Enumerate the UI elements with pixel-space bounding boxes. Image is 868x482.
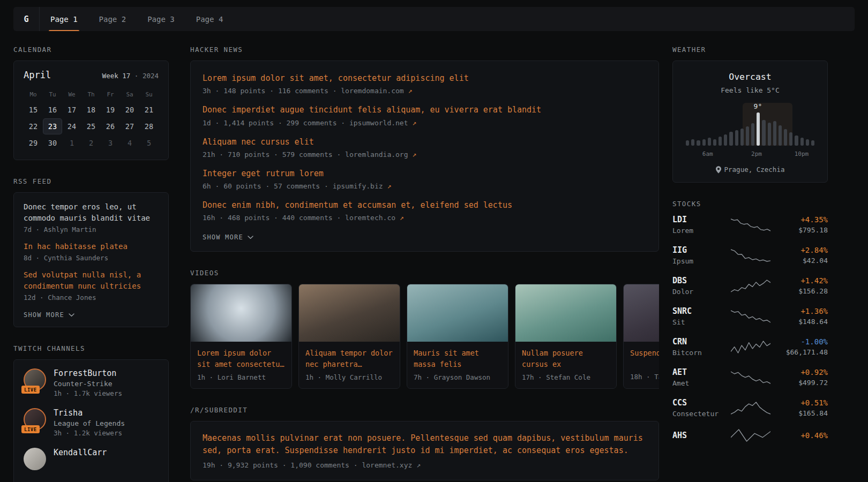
stocks-section-title: STOCKS bbox=[672, 200, 828, 208]
stock-values: +2.84%$42.04 bbox=[777, 246, 828, 265]
stock-row[interactable]: CRNBitcorn-1.00%$66,171.48 bbox=[672, 337, 828, 357]
twitch-channel-list: LIVEForrestBurtonCounter-Strike1h · 1.7k… bbox=[24, 368, 159, 470]
weather-hour-bar bbox=[784, 129, 787, 146]
video-card[interactable]: Suspendisse diam18h · Tara bbox=[623, 284, 659, 389]
stock-row[interactable]: LDILorem+4.35%$795.18 bbox=[672, 215, 828, 235]
tab-page-4[interactable]: Page 4 bbox=[185, 7, 234, 31]
stock-row[interactable]: CCSConsectetur+0.51%$165.84 bbox=[672, 398, 828, 418]
hn-post-title[interactable]: Lorem ipsum dolor sit amet, consectetur … bbox=[203, 73, 469, 84]
hn-post: Lorem ipsum dolor sit amet, consectetur … bbox=[203, 73, 647, 95]
stock-identity: IIGIpsum bbox=[672, 245, 724, 265]
sparkline-chart bbox=[731, 218, 770, 232]
rss-list: Donec tempor eros leo, ut commodo mauris… bbox=[24, 201, 159, 302]
weather-hour-bar bbox=[762, 120, 765, 146]
sparkline-chart bbox=[731, 310, 770, 323]
stock-symbol: DBS bbox=[672, 276, 724, 285]
hn-post-domain[interactable]: loremlandia.org bbox=[345, 150, 408, 159]
weather-hour-bar bbox=[779, 125, 782, 146]
hn-show-more-button[interactable]: SHOW MORE bbox=[203, 234, 253, 241]
stock-sparkline bbox=[724, 279, 777, 293]
video-card[interactable]: Aliquam tempor dolor nec pharetra…1h · M… bbox=[298, 284, 400, 389]
sparkline-chart bbox=[731, 401, 770, 415]
hn-post: Donec enim nibh, condimentum et accumsan… bbox=[203, 200, 647, 222]
video-card[interactable]: Mauris sit amet massa felis7h · Grayson … bbox=[407, 284, 508, 389]
channel-name[interactable]: KendallCarr bbox=[54, 448, 107, 457]
weather-hour-bar bbox=[811, 140, 814, 146]
hn-post-title[interactable]: Integer eget rutrum lorem bbox=[203, 168, 324, 179]
stock-price: $165.84 bbox=[777, 409, 828, 417]
time-label: 10pm bbox=[795, 150, 809, 157]
rss-section-title: RSS FEED bbox=[13, 177, 169, 185]
sparkline-chart bbox=[731, 340, 770, 354]
hackernews-section-title: HACKER NEWS bbox=[190, 46, 659, 54]
sparkline-chart bbox=[731, 428, 770, 442]
rss-item-title[interactable]: In hac habitasse platea bbox=[24, 241, 159, 252]
video-title[interactable]: Suspendisse diam bbox=[630, 348, 659, 369]
video-title[interactable]: Mauris sit amet massa felis bbox=[414, 348, 502, 370]
weather-hour-bar bbox=[697, 140, 700, 146]
stock-row[interactable]: AHS+0.46% bbox=[672, 428, 828, 442]
twitch-channel-row[interactable]: LIVETrishaLeague of Legends3h · 1.2k vie… bbox=[24, 408, 159, 437]
calendar-day: 4 bbox=[120, 135, 139, 151]
hn-post-title[interactable]: Aliquam nec cursus elit bbox=[203, 137, 314, 147]
hn-post-domain[interactable]: ipsumworld.net bbox=[349, 119, 408, 127]
channel-game: Counter-Strike bbox=[54, 380, 122, 388]
stock-name: Bitcorn bbox=[672, 349, 724, 357]
reddit-post-title[interactable]: Maecenas mollis pulvinar erat non posuer… bbox=[203, 432, 647, 457]
app-logo[interactable]: G bbox=[13, 7, 40, 31]
weather-hour-bar bbox=[773, 121, 776, 146]
reddit-post-domain[interactable]: loremnet.xyz bbox=[362, 461, 412, 469]
hn-post-meta: 3h · 148 points · 116 comments · loremdo… bbox=[203, 87, 647, 95]
stock-sparkline bbox=[724, 248, 777, 262]
weather-hourly-chart: 9° bbox=[686, 103, 814, 146]
video-card[interactable]: Lorem ipsum dolor sit amet consectetu…1h… bbox=[190, 284, 292, 389]
video-card[interactable]: Nullam posuere cursus ex17h · Stefan Col… bbox=[515, 284, 617, 389]
channel-name[interactable]: Trisha bbox=[54, 408, 125, 418]
stock-row[interactable]: IIGIpsum+2.84%$42.04 bbox=[672, 245, 828, 265]
stock-values: +0.92%$499.72 bbox=[777, 368, 828, 387]
video-title[interactable]: Aliquam tempor dolor nec pharetra… bbox=[305, 348, 393, 370]
weather-hour-bar bbox=[795, 135, 798, 146]
stock-row[interactable]: AETAmet+0.92%$499.72 bbox=[672, 367, 828, 387]
tab-page-3[interactable]: Page 3 bbox=[137, 7, 185, 31]
current-temp-label: 9° bbox=[754, 102, 762, 110]
calendar-day: 26 bbox=[101, 118, 120, 134]
calendar-day: 24 bbox=[62, 118, 81, 134]
tab-page-2[interactable]: Page 2 bbox=[88, 7, 137, 31]
channel-name[interactable]: ForrestBurton bbox=[54, 368, 122, 378]
calendar-dow-label: We bbox=[62, 91, 81, 98]
twitch-channel-row[interactable]: LIVEForrestBurtonCounter-Strike1h · 1.7k… bbox=[24, 368, 159, 397]
stock-row[interactable]: DBSDolor+1.42%$156.28 bbox=[672, 276, 828, 296]
video-meta: 17h · Stefan Cole bbox=[522, 373, 610, 381]
stock-row[interactable]: SNRCSit+1.36%$148.64 bbox=[672, 306, 828, 326]
calendar-card: April Week 17 · 2024 MoTuWeThFrSaSu 1516… bbox=[13, 61, 169, 160]
hn-post-domain[interactable]: loremtech.co bbox=[345, 214, 395, 222]
rss-item-title[interactable]: Sed volutpat nulla nisl, a condimentum n… bbox=[24, 269, 159, 292]
tab-page-1[interactable]: Page 1 bbox=[40, 7, 88, 31]
rss-item-title[interactable]: Donec tempor eros leo, ut commodo mauris… bbox=[24, 201, 159, 224]
calendar-day-selected: 23 bbox=[43, 118, 62, 134]
videos-widget: VIDEOS Lorem ipsum dolor sit amet consec… bbox=[190, 269, 659, 389]
weather-hour-bar bbox=[740, 129, 744, 146]
calendar-day: 28 bbox=[139, 118, 159, 134]
video-thumbnail bbox=[299, 284, 400, 342]
weather-hour-bar bbox=[713, 139, 716, 146]
stock-sparkline bbox=[724, 371, 777, 385]
hn-post-domain[interactable]: ipsumify.biz bbox=[333, 182, 383, 190]
video-thumbnail bbox=[624, 284, 659, 342]
stocks-list: LDILorem+4.35%$795.18IIGIpsum+2.84%$42.0… bbox=[672, 215, 828, 442]
stock-price: $42.04 bbox=[777, 257, 828, 265]
calendar-day: 22 bbox=[24, 118, 43, 134]
hn-post: Integer eget rutrum lorem6h · 60 points … bbox=[203, 168, 647, 190]
hn-post-title[interactable]: Donec enim nibh, condimentum et accumsan… bbox=[203, 200, 512, 210]
video-info: Lorem ipsum dolor sit amet consectetu…1h… bbox=[191, 342, 291, 388]
channel-meta: 3h · 1.2k viewers bbox=[54, 429, 125, 437]
video-title[interactable]: Nullam posuere cursus ex bbox=[522, 348, 610, 370]
calendar-dow-label: Su bbox=[139, 91, 159, 98]
video-title[interactable]: Lorem ipsum dolor sit amet consectetu… bbox=[197, 348, 285, 370]
hn-post-title[interactable]: Donec imperdiet augue tincidunt felis al… bbox=[203, 104, 541, 115]
twitch-channel-row[interactable]: KendallCarr bbox=[24, 448, 159, 470]
calendar-dow-label: Fr bbox=[101, 91, 120, 98]
rss-show-more-button[interactable]: SHOW MORE bbox=[24, 311, 74, 319]
hn-post-domain[interactable]: loremdomain.com bbox=[341, 87, 403, 95]
